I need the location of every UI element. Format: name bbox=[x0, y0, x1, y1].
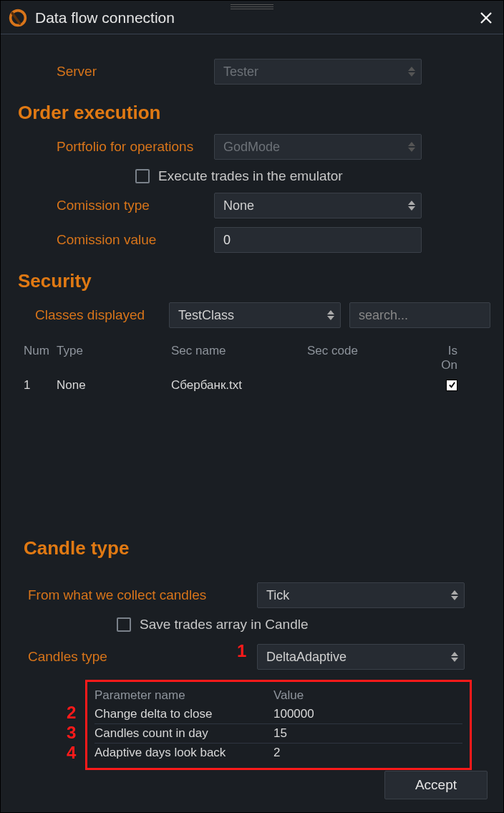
portfolio-value: GodMode bbox=[223, 140, 280, 155]
marker-3: 3 bbox=[67, 723, 76, 743]
candles-type-select[interactable]: DeltaAdaptive bbox=[257, 644, 465, 670]
spinner-icon bbox=[327, 310, 334, 320]
spinner-icon bbox=[451, 652, 458, 662]
classes-row: Classes displayed TestClass search... bbox=[14, 298, 490, 332]
cell-type: None bbox=[57, 378, 171, 393]
collect-label: From what we collect candles bbox=[28, 587, 257, 603]
param-row[interactable]: Candles count in day 15 bbox=[94, 724, 462, 744]
save-trades-row: Save trades array in Candle bbox=[14, 612, 490, 637]
save-trades-checkbox[interactable] bbox=[117, 617, 131, 632]
commission-value-row: Comission value 0 bbox=[14, 223, 490, 257]
server-label: Server bbox=[14, 64, 214, 80]
param-col-name: Parameter name bbox=[94, 688, 273, 703]
security-search-input[interactable]: search... bbox=[349, 302, 490, 328]
collect-value: Tick bbox=[266, 588, 289, 603]
portfolio-row: Portfolio for operations GodMode bbox=[14, 130, 490, 164]
col-code: Sec code bbox=[307, 344, 429, 372]
is-on-checkbox[interactable] bbox=[446, 380, 457, 391]
emulator-label: Execute trades in the emulator bbox=[158, 168, 343, 184]
classes-label: Classes displayed bbox=[35, 307, 160, 323]
col-num: Num bbox=[14, 344, 57, 372]
cell-code bbox=[307, 378, 429, 393]
param-name: Adaptive days look back bbox=[94, 746, 273, 760]
param-name: Change delta to close bbox=[94, 707, 273, 721]
portfolio-select[interactable]: GodMode bbox=[214, 134, 422, 160]
commission-type-select[interactable]: None bbox=[214, 193, 422, 218]
param-col-value: Value bbox=[273, 688, 462, 703]
section-candle-type: Candle type bbox=[14, 524, 490, 565]
app-logo-icon bbox=[8, 8, 28, 28]
param-value: 100000 bbox=[273, 707, 462, 721]
titlebar: Data flow connection bbox=[1, 1, 503, 32]
portfolio-label: Portfolio for operations bbox=[14, 139, 214, 155]
collect-select[interactable]: Tick bbox=[257, 582, 465, 608]
content-area: Server Tester Order execution Portfolio … bbox=[1, 34, 503, 784]
params-header: Parameter name Value bbox=[94, 686, 462, 705]
col-type: Type bbox=[57, 344, 171, 372]
server-row: Server Tester bbox=[14, 54, 490, 89]
spinner-icon bbox=[408, 67, 415, 77]
classes-select[interactable]: TestClass bbox=[169, 302, 341, 328]
candles-type-row: Candles type 1 DeltaAdaptive bbox=[14, 637, 490, 674]
spinner-icon bbox=[408, 201, 415, 211]
table-row[interactable]: 1 None Сбербанк.txt bbox=[14, 375, 490, 395]
window-title: Data flow connection bbox=[35, 9, 175, 27]
candles-type-value: DeltaAdaptive bbox=[266, 650, 346, 665]
commission-value-label: Comission value bbox=[14, 232, 214, 248]
marker-1: 1 bbox=[237, 641, 246, 661]
cell-on bbox=[429, 378, 472, 393]
emulator-checkbox[interactable] bbox=[135, 169, 150, 183]
commission-value-input[interactable]: 0 bbox=[214, 227, 422, 253]
params-table: Parameter name Value Change delta to clo… bbox=[85, 680, 472, 770]
col-on: Is On bbox=[429, 344, 472, 372]
params-wrap: 2 3 4 Parameter name Value Change delta … bbox=[85, 680, 490, 770]
candles-type-label: Candles type bbox=[28, 649, 243, 665]
commission-type-row: Comission type None bbox=[14, 188, 490, 223]
param-row[interactable]: Change delta to close 100000 bbox=[94, 705, 462, 724]
param-name: Candles count in day bbox=[94, 726, 273, 741]
marker-4: 4 bbox=[67, 743, 76, 763]
server-select[interactable]: Tester bbox=[214, 59, 422, 85]
param-value: 15 bbox=[273, 726, 462, 741]
commission-type-value: None bbox=[223, 198, 254, 213]
search-placeholder: search... bbox=[359, 308, 408, 323]
cell-num: 1 bbox=[14, 378, 57, 393]
spinner-icon bbox=[408, 142, 415, 152]
footer: Accept bbox=[384, 771, 488, 799]
window-frame: Data flow connection Server Tester Order… bbox=[0, 0, 504, 813]
spinner-icon bbox=[451, 590, 458, 600]
server-value: Tester bbox=[223, 64, 258, 80]
marker-2: 2 bbox=[67, 703, 76, 723]
col-name: Sec name bbox=[171, 344, 307, 372]
save-trades-label: Save trades array in Candle bbox=[140, 617, 309, 632]
section-security: Security bbox=[14, 257, 490, 298]
emulator-row: Execute trades in the emulator bbox=[14, 164, 490, 188]
commission-value-text: 0 bbox=[223, 233, 231, 248]
close-icon[interactable] bbox=[476, 8, 496, 28]
collect-row: From what we collect candles Tick bbox=[14, 578, 490, 612]
section-order-execution: Order execution bbox=[14, 89, 490, 130]
commission-type-label: Comission type bbox=[14, 198, 214, 213]
classes-value: TestClass bbox=[178, 308, 234, 323]
table-header: Num Type Sec name Sec code Is On bbox=[14, 341, 490, 375]
accept-button[interactable]: Accept bbox=[384, 771, 488, 799]
param-value: 2 bbox=[273, 746, 462, 760]
cell-name: Сбербанк.txt bbox=[171, 378, 307, 393]
param-row[interactable]: Adaptive days look back 2 bbox=[94, 744, 462, 762]
security-table: Num Type Sec name Sec code Is On 1 None … bbox=[14, 341, 490, 395]
